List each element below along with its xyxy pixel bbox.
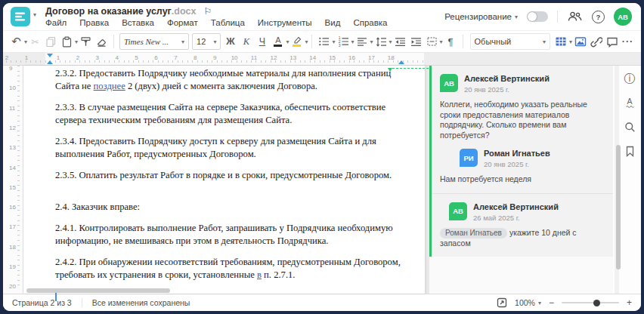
user-avatar[interactable]: АВ — [614, 8, 632, 26]
document-page[interactable]: 2.3.2. Предоставить Подрядчику необходим… — [23, 66, 425, 294]
zoom-out-button[interactable]: − — [549, 297, 554, 308]
pilcrow-icon: ¶ — [448, 36, 454, 48]
ruler-number: 7 — [174, 54, 177, 61]
eraser-icon — [96, 36, 107, 48]
highlight-button[interactable] — [289, 33, 305, 50]
ruler-number: 6 — [154, 54, 157, 61]
paragraph: 2.3.3. В случае размещения Сайта на серв… — [55, 101, 402, 127]
underline-button[interactable]: Ч — [254, 33, 270, 50]
avatar: АВ — [449, 202, 467, 220]
paragraph-borders-caret-icon[interactable]: ▾ — [440, 38, 443, 45]
font-family-select[interactable]: Times New ... ▾ — [119, 33, 189, 50]
align-left-button[interactable] — [355, 33, 370, 50]
comment-thread[interactable]: АВАлексей Вертинский20 янв 2025 г.Коллег… — [432, 66, 613, 193]
bullet-list-caret-icon[interactable]: ▾ — [332, 38, 335, 45]
paragraph: 2.3.4. Предоставить Подрядчику доступ к … — [55, 135, 402, 161]
highlight-caret-icon[interactable]: ▾ — [305, 38, 308, 45]
first-line-indent-marker[interactable] — [47, 54, 53, 57]
insert-link-button[interactable] — [588, 33, 604, 50]
search-icon[interactable] — [623, 120, 636, 134]
review-label: Рецензирование — [444, 12, 512, 21]
highlighter-icon — [293, 36, 302, 47]
comments-panel: АВАлексей Вертинский20 янв 2025 г.Коллег… — [429, 66, 613, 294]
align-caret-icon[interactable]: ▾ — [370, 38, 373, 45]
menu-item-6[interactable]: Инструменты — [258, 18, 312, 27]
numbered-list-button[interactable]: 123 — [336, 33, 351, 50]
review-mode-dropdown[interactable]: Рецензирование ▾ — [444, 12, 518, 21]
vertical-scrollbar-thumb[interactable] — [616, 145, 621, 269]
undo-button[interactable]: ↶ — [8, 33, 24, 50]
menu-item-5[interactable]: Таблица — [211, 18, 245, 27]
logo-caret-icon[interactable]: ▾ — [33, 11, 36, 18]
left-indent-marker[interactable] — [47, 60, 53, 64]
clear-format-button[interactable] — [94, 33, 110, 50]
ruler-number: 19 — [9, 263, 16, 270]
menu-item-8[interactable]: Справка — [353, 18, 387, 27]
menu-item-7[interactable]: Вид — [325, 18, 341, 27]
line-spacing-button[interactable] — [373, 33, 389, 50]
numbered-list-caret-icon[interactable]: ▾ — [351, 38, 355, 45]
insert-table-button[interactable] — [553, 33, 569, 50]
insert-image-button[interactable] — [572, 33, 588, 50]
paragraph-style-select[interactable]: Обычный ▾ — [470, 33, 550, 50]
image-icon — [574, 36, 587, 47]
menu-item-4[interactable]: Формат — [167, 18, 198, 27]
font-color-button[interactable]: А — [270, 33, 286, 50]
italic-button[interactable]: К — [238, 33, 254, 50]
line-spacing-caret-icon[interactable]: ▾ — [389, 38, 392, 45]
zoom-in-button[interactable]: + — [627, 297, 632, 308]
fit-page-icon[interactable] — [497, 297, 507, 308]
format-painter-button[interactable] — [78, 33, 94, 50]
bold-button[interactable]: Ж — [222, 33, 238, 50]
increase-indent-icon — [410, 37, 422, 47]
cut-button[interactable]: ✂ — [27, 33, 43, 50]
comment-date: 26 май 2025 г. — [473, 214, 559, 222]
app-logo-icon[interactable] — [11, 7, 30, 26]
horizontal-scrollbar-thumb[interactable] — [26, 288, 170, 293]
comment-text: Нам потребуется неделя — [440, 174, 605, 185]
menu-item-2[interactable]: Правка — [79, 18, 109, 27]
zoom-slider[interactable] — [562, 302, 619, 303]
zoom-slider-knob[interactable] — [593, 300, 600, 306]
font-size-select[interactable]: 12 ▾ — [192, 33, 221, 50]
more-tools-button[interactable]: ··· — [620, 33, 636, 50]
paragraph-borders-button[interactable] — [424, 33, 440, 50]
help-icon[interactable]: ? — [592, 11, 605, 23]
insert-comment-button[interactable] — [604, 33, 620, 50]
font-size-value: 12 — [197, 37, 206, 46]
right-indent-marker[interactable] — [398, 60, 404, 64]
comment-date: 20 янв 2025 г. — [464, 85, 550, 94]
ruler-number: 14 — [9, 165, 16, 171]
bullet-list-icon — [318, 36, 330, 47]
flag-icon[interactable]: ⚐ — [203, 6, 212, 17]
horizontal-scrollbar[interactable] — [25, 288, 423, 293]
vertical-ruler[interactable]: 91011121314151617181920 — [3, 66, 23, 294]
bookmark-icon[interactable] — [623, 144, 636, 158]
title-text: Договор на оказание услуг — [45, 6, 172, 17]
comment-meta: Алексей Вертинский26 май 2025 г. — [473, 202, 559, 222]
info-icon[interactable]: ⓘ — [623, 72, 636, 85]
vertical-scrollbar[interactable] — [615, 66, 619, 294]
main-area: 91011121314151617181920 2.3.2. Предостав… — [3, 66, 641, 294]
decrease-indent-button[interactable] — [392, 33, 408, 50]
font-color-icon: А — [274, 36, 282, 47]
bullet-list-button[interactable] — [316, 33, 332, 50]
menu-item-3[interactable]: Вставка — [122, 18, 154, 27]
paste-button[interactable] — [59, 33, 75, 50]
comment-meta: Роман Игнатьев20 янв 2025 г. — [484, 149, 550, 168]
line-spacing-icon — [376, 37, 387, 47]
comment-thread[interactable]: АВАлексей Вертинский26 май 2025 г.Роман … — [432, 194, 613, 257]
header: ▾ Договор на оказание услуг.docx ⚐ ФайлП… — [3, 3, 641, 30]
review-toggle[interactable] — [527, 11, 548, 22]
zoom-level-select[interactable]: 100% ▾ — [515, 298, 541, 307]
ruler-number: 10 — [9, 85, 16, 91]
menu-item-1[interactable]: Файл — [45, 18, 67, 27]
copy-button[interactable] — [43, 33, 59, 50]
ruler-number: 1 — [57, 54, 60, 61]
show-marks-button[interactable]: ¶ — [443, 33, 459, 50]
share-users-icon[interactable] — [567, 8, 583, 25]
increase-indent-button[interactable] — [408, 33, 424, 50]
spellcheck-icon[interactable]: А — [623, 96, 636, 109]
horizontal-ruler[interactable]: 21123456789101112131415161718 — [3, 53, 641, 66]
logo-lines — [14, 11, 26, 22]
